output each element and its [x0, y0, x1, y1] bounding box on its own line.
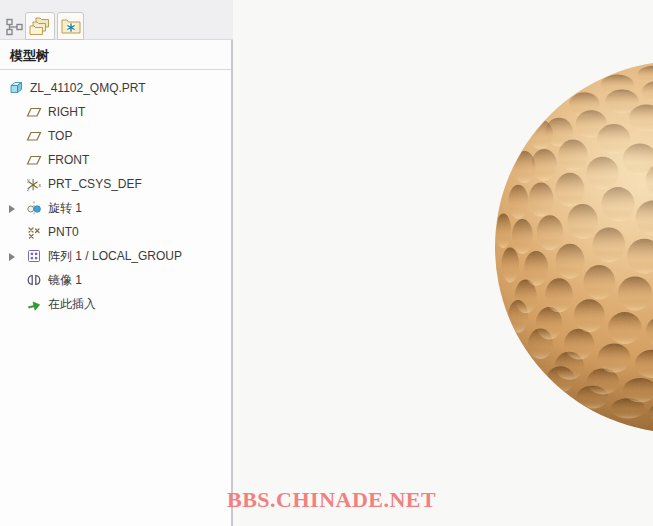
expand-arrow-icon[interactable] [9, 205, 15, 213]
tree-item[interactable]: 镜像 1 [0, 268, 231, 292]
model-tree-header: 模型树 [0, 40, 231, 70]
insert-here-icon [26, 296, 42, 312]
tree-item[interactable]: FRONT [0, 148, 231, 172]
tree-item[interactable]: 旋转 1 [0, 196, 231, 220]
tree-item-label: 旋转 1 [48, 200, 82, 217]
tree-item-label: 镜像 1 [48, 272, 82, 289]
model-tree-tab[interactable] [25, 12, 55, 40]
tree-item-label: PRT_CSYS_DEF [48, 177, 142, 191]
datum-plane-icon [26, 104, 42, 120]
tree-item-label: PNT0 [48, 225, 79, 239]
favorites-tab[interactable] [57, 12, 84, 40]
graphics-area[interactable] [233, 0, 653, 526]
tree-item[interactable]: PNT0 [0, 220, 231, 244]
tree-item-label: ZL_41102_QMQ.PRT [30, 81, 146, 95]
tree-item[interactable]: 在此插入 [0, 292, 231, 316]
tree-item-label: FRONT [48, 153, 89, 167]
model-tree-panel: ZL_41102_QMQ.PRTRIGHTTOPFRONTPRT_CSYS_DE… [0, 70, 231, 526]
favorites-folder-icon [60, 17, 82, 35]
point-icon [26, 224, 42, 240]
tree-item-label: RIGHT [48, 105, 85, 119]
panel-title: 模型树 [10, 47, 49, 65]
watermark: BBS.CHINADE.NET [227, 487, 436, 513]
tree-item[interactable]: 阵列 1 / LOCAL_GROUP [0, 244, 231, 268]
navigator-tab-strip [0, 0, 233, 40]
pattern-icon [26, 248, 42, 264]
tree-item[interactable]: ZL_41102_QMQ.PRT [0, 76, 231, 100]
tree-item[interactable]: RIGHT [0, 100, 231, 124]
datum-plane-icon [26, 152, 42, 168]
tree-structure-icon[interactable] [5, 17, 25, 37]
expand-arrow-icon[interactable] [9, 253, 15, 261]
mirror-icon [26, 272, 42, 288]
revolve-icon [26, 200, 42, 216]
tree-item-label: 在此插入 [48, 296, 96, 313]
folder-stack-icon [28, 15, 52, 37]
model-tree: ZL_41102_QMQ.PRTRIGHTTOPFRONTPRT_CSYS_DE… [0, 76, 231, 316]
golf-ball-model[interactable] [492, 58, 653, 436]
part-icon [8, 80, 24, 96]
tree-item[interactable]: PRT_CSYS_DEF [0, 172, 231, 196]
csys-icon [26, 176, 42, 192]
tree-item-label: 阵列 1 / LOCAL_GROUP [48, 248, 182, 265]
tree-item-label: TOP [48, 129, 72, 143]
datum-plane-icon [26, 128, 42, 144]
tree-item[interactable]: TOP [0, 124, 231, 148]
